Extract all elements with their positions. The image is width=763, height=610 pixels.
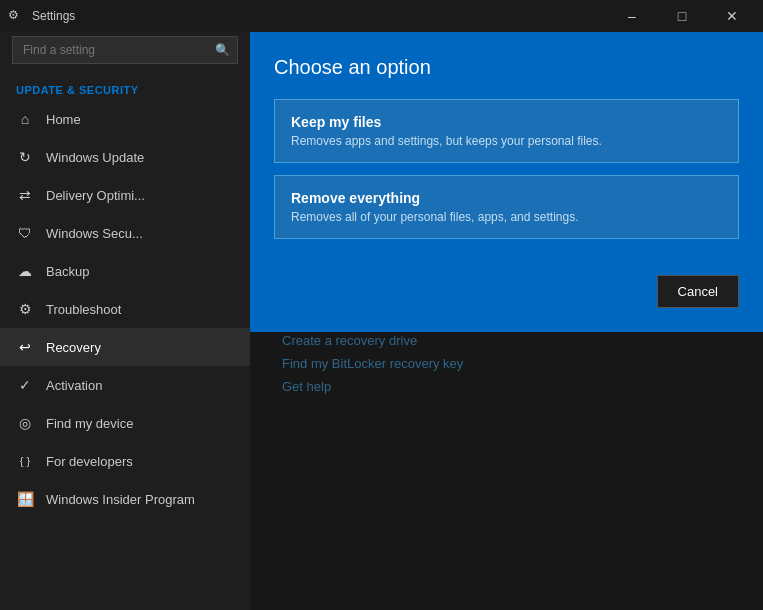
- titlebar-left: ⚙ Settings: [8, 8, 75, 24]
- sidebar-item-recovery[interactable]: ↩ Recovery: [0, 328, 250, 366]
- sidebar-item-label-developers: For developers: [46, 454, 133, 469]
- find-device-icon: ◎: [16, 414, 34, 432]
- update-icon: ↻: [16, 148, 34, 166]
- sidebar-item-backup[interactable]: ☁ Backup: [0, 252, 250, 290]
- sidebar-item-label-activation: Activation: [46, 378, 102, 393]
- security-icon: 🛡: [16, 224, 34, 242]
- maximize-button[interactable]: □: [659, 0, 705, 32]
- dialog-overlay: Reset this PC Choose an option Keep my f…: [250, 32, 763, 610]
- search-box[interactable]: 🔍: [12, 36, 238, 64]
- troubleshoot-icon: ⚙: [16, 300, 34, 318]
- cancel-button[interactable]: Cancel: [657, 275, 739, 308]
- remove-everything-title: Remove everything: [291, 190, 722, 206]
- delivery-icon: ⇄: [16, 186, 34, 204]
- titlebar: ⚙ Settings – □ ✕: [0, 0, 763, 32]
- search-input[interactable]: [12, 36, 238, 64]
- main-content: Recovery Reset this PC files if the Chec…: [250, 32, 763, 610]
- sidebar-item-windows-security[interactable]: 🛡 Windows Secu...: [0, 214, 250, 252]
- sidebar-item-label-security: Windows Secu...: [46, 226, 143, 241]
- sidebar-item-delivery-optimization[interactable]: ⇄ Delivery Optimi...: [0, 176, 250, 214]
- keep-files-desc: Removes apps and settings, but keeps you…: [291, 134, 722, 148]
- remove-everything-button[interactable]: Remove everything Removes all of your pe…: [274, 175, 739, 239]
- sidebar-item-label-update: Windows Update: [46, 150, 144, 165]
- sidebar-item-activation[interactable]: ✓ Activation: [0, 366, 250, 404]
- sidebar-item-label-delivery: Delivery Optimi...: [46, 188, 145, 203]
- sidebar-item-for-developers[interactable]: { } For developers: [0, 442, 250, 480]
- sidebar-item-home[interactable]: ⌂ Home: [0, 100, 250, 138]
- search-icon: 🔍: [215, 43, 230, 57]
- activation-icon: ✓: [16, 376, 34, 394]
- close-button[interactable]: ✕: [709, 0, 755, 32]
- app-body: 🔍 Update & Security ⌂ Home ↻ Windows Upd…: [0, 32, 763, 610]
- sidebar-item-troubleshoot[interactable]: ⚙ Troubleshoot: [0, 290, 250, 328]
- remove-everything-desc: Removes all of your personal files, apps…: [291, 210, 722, 224]
- sidebar-item-label-home: Home: [46, 112, 81, 127]
- dialog-title: Choose an option: [274, 56, 739, 79]
- sidebar-item-label-troubleshoot: Troubleshoot: [46, 302, 121, 317]
- sidebar-item-find-my-device[interactable]: ◎ Find my device: [0, 404, 250, 442]
- sidebar-item-windows-update[interactable]: ↻ Windows Update: [0, 138, 250, 176]
- dialog-footer: Cancel: [274, 275, 739, 308]
- minimize-button[interactable]: –: [609, 0, 655, 32]
- settings-icon: ⚙: [8, 8, 24, 24]
- sidebar-item-label-insider: Windows Insider Program: [46, 492, 195, 507]
- sidebar-item-windows-insider[interactable]: 🪟 Windows Insider Program: [0, 480, 250, 518]
- section-label: Update & Security: [0, 76, 250, 100]
- backup-icon: ☁: [16, 262, 34, 280]
- recovery-icon: ↩: [16, 338, 34, 356]
- insider-icon: 🪟: [16, 490, 34, 508]
- home-icon: ⌂: [16, 110, 34, 128]
- developers-icon: { }: [16, 452, 34, 470]
- sidebar: 🔍 Update & Security ⌂ Home ↻ Windows Upd…: [0, 32, 250, 610]
- sidebar-item-label-find-device: Find my device: [46, 416, 133, 431]
- app-title: Settings: [32, 9, 75, 23]
- sidebar-item-label-backup: Backup: [46, 264, 89, 279]
- keep-files-button[interactable]: Keep my files Removes apps and settings,…: [274, 99, 739, 163]
- keep-files-title: Keep my files: [291, 114, 722, 130]
- sidebar-item-label-recovery: Recovery: [46, 340, 101, 355]
- titlebar-controls: – □ ✕: [609, 0, 755, 32]
- reset-dialog: Reset this PC Choose an option Keep my f…: [250, 32, 763, 332]
